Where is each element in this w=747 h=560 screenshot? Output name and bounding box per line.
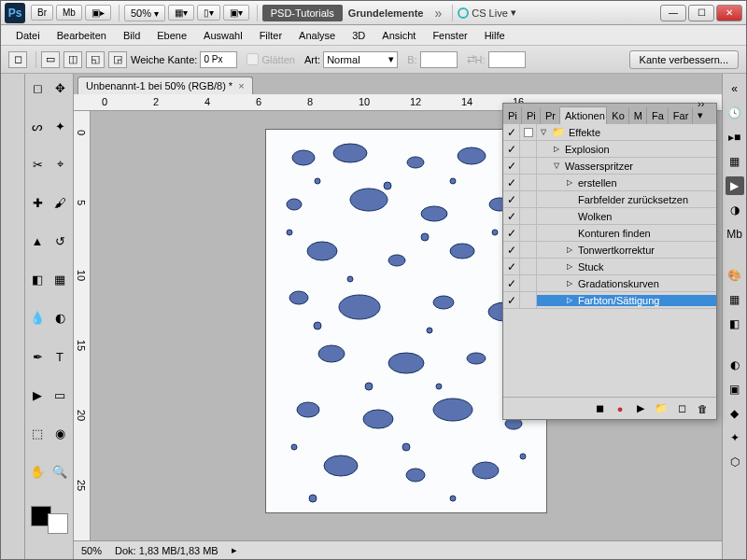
trash-icon[interactable]: 🗑 [696, 402, 709, 415]
action-row[interactable]: ✓Wolken [503, 208, 716, 225]
close-button[interactable]: ✕ [716, 5, 742, 21]
color-swatches[interactable] [31, 506, 68, 534]
color-panel-icon[interactable]: 🎨 [726, 266, 744, 285]
action-toggle-check[interactable]: ✓ [503, 225, 520, 242]
3d-tool[interactable]: ⬚ [27, 423, 48, 443]
action-label[interactable]: ▷erstellen [537, 177, 716, 189]
action-toggle-check[interactable]: ✓ [503, 191, 520, 208]
record-icon[interactable]: ● [613, 402, 627, 415]
action-dialog-toggle[interactable] [520, 259, 537, 275]
action-toggle-check[interactable]: ✓ [503, 124, 520, 141]
disclosure-triangle-icon[interactable]: ▷ [567, 262, 574, 271]
brush-tool[interactable]: 🖌 [49, 192, 70, 213]
bridge-button[interactable]: Br [31, 5, 53, 21]
action-dialog-toggle[interactable] [520, 191, 537, 208]
action-label[interactable]: ▷Tonwertkorrektur [537, 245, 716, 256]
panel-tab-7[interactable]: Far [669, 107, 693, 124]
action-dialog-toggle[interactable] [520, 208, 537, 225]
action-row[interactable]: ✓▷Tonwertkorrektur [503, 242, 716, 259]
screen-mode-button[interactable]: ▣▾ [223, 5, 249, 21]
disclosure-triangle-icon[interactable]: ▷ [567, 279, 574, 287]
panel-tab-6[interactable]: Fa [647, 107, 669, 124]
menu-auswahl[interactable]: Auswahl [196, 28, 250, 43]
launch-button[interactable]: ▣▸ [85, 5, 111, 21]
action-label[interactable]: Farbfelder zurücksetzen [537, 194, 716, 205]
crop-tool[interactable]: ✂ [27, 154, 48, 175]
disclosure-triangle-icon[interactable]: ▷ [567, 296, 574, 304]
action-label[interactable]: ▽📁Effekte [537, 126, 716, 138]
type-dropdown[interactable]: Normal▾ [323, 51, 398, 68]
action-row[interactable]: ✓▷Gradationskurven [503, 275, 716, 292]
menu-fenster[interactable]: Fenster [425, 28, 474, 43]
pen-tool[interactable]: ✒ [27, 346, 48, 367]
layers-panel-icon[interactable]: ▦ [726, 152, 744, 171]
panel-tab-4[interactable]: Ko [607, 107, 628, 124]
action-label[interactable]: ▷Stuck [537, 261, 716, 273]
type-tool[interactable]: T [49, 346, 70, 367]
view-extras-button[interactable]: ▦▾ [168, 5, 194, 21]
sel-new-icon[interactable]: ▭ [41, 51, 60, 68]
zoom-select[interactable]: 50% ▾ [124, 5, 165, 21]
menu-ebene[interactable]: Ebene [149, 28, 194, 43]
action-row[interactable]: ✓▷Stuck [503, 259, 716, 275]
workspace-label[interactable]: Grundelemente [348, 7, 424, 19]
menu-hilfe[interactable]: Hilfe [477, 28, 513, 43]
zoom-tool[interactable]: 🔍 [49, 462, 70, 483]
action-toggle-check[interactable]: ✓ [503, 141, 520, 158]
close-tab-icon[interactable]: × [238, 80, 244, 91]
play-panel-icon[interactable]: ▶ [726, 176, 744, 195]
action-label[interactable]: ▷Gradationskurven [537, 278, 716, 289]
action-label[interactable]: ▷Farbton/Sättigung [537, 295, 716, 306]
menu-bearbeiten[interactable]: Bearbeiten [49, 28, 114, 43]
panel-tab-1[interactable]: Pi [522, 107, 541, 124]
eraser-tool[interactable]: ◧ [27, 270, 48, 290]
menu-3d[interactable]: 3D [345, 28, 373, 43]
cs-live-button[interactable]: CS Live ▾ [458, 7, 516, 19]
status-docsize[interactable]: Dok: 1,83 MB/1,83 MB [115, 545, 218, 556]
action-label[interactable]: Konturen finden [537, 228, 716, 239]
marquee-tool[interactable]: ◻ [27, 77, 48, 98]
disclosure-triangle-icon[interactable]: ▽ [541, 128, 548, 136]
action-dialog-toggle[interactable] [520, 242, 537, 259]
menu-ansicht[interactable]: Ansicht [374, 28, 423, 43]
panel-menu-icon[interactable]: ›› ▾ [693, 95, 716, 124]
minimize-button[interactable]: — [660, 5, 686, 21]
hand-tool[interactable]: ✋ [27, 462, 48, 483]
blur-tool[interactable]: 💧 [27, 308, 48, 329]
action-row[interactable]: ✓▽Wasserspritzer [503, 158, 716, 175]
marquee-tool-icon[interactable]: ◻ [8, 51, 27, 68]
disclosure-triangle-icon[interactable]: ▷ [554, 145, 561, 153]
action-dialog-toggle[interactable] [520, 158, 537, 175]
action-label[interactable]: ▷Explosion [537, 144, 716, 155]
action-toggle-check[interactable]: ✓ [503, 242, 520, 259]
panel-tab-5[interactable]: M [629, 107, 647, 124]
adjustments-panel-icon[interactable]: ◑ [726, 201, 744, 219]
history-brush-tool[interactable]: ↺ [49, 231, 70, 252]
workspace-pill[interactable]: PSD-Tutorials [262, 5, 343, 21]
dodge-tool[interactable]: ◐ [49, 308, 70, 329]
menu-analyse[interactable]: Analyse [291, 28, 343, 43]
layercomps-panel-icon[interactable]: ▣ [726, 380, 744, 399]
action-dialog-toggle[interactable] [520, 141, 537, 158]
actions-panel-icon[interactable]: ▸■ [726, 128, 744, 147]
action-toggle-check[interactable]: ✓ [503, 208, 520, 225]
shape-tool[interactable]: ▭ [49, 385, 70, 405]
panel-tab-3[interactable]: Aktionen [560, 106, 607, 124]
eyedropper-tool[interactable]: ⌖ [49, 154, 70, 175]
action-dialog-toggle[interactable] [520, 175, 537, 191]
action-row[interactable]: ✓▷Farbton/Sättigung [503, 292, 716, 309]
stop-icon[interactable]: ◼ [593, 402, 606, 415]
panel-tab-2[interactable]: Pr [541, 107, 560, 124]
paths-panel-icon[interactable]: ✦ [726, 428, 744, 447]
action-row[interactable]: ✓Konturen finden [503, 225, 716, 242]
status-zoom[interactable]: 50% [81, 545, 102, 556]
sel-sub-icon[interactable]: ◱ [86, 51, 105, 68]
sel-intersect-icon[interactable]: ◲ [108, 51, 127, 68]
action-dialog-toggle[interactable] [520, 124, 537, 141]
action-toggle-check[interactable]: ✓ [503, 158, 520, 175]
stamp-tool[interactable]: ▲ [27, 231, 48, 252]
lasso-tool[interactable]: ᔕ [27, 116, 48, 136]
new-set-icon[interactable]: 📁 [655, 402, 668, 415]
styles-panel-icon[interactable]: ◧ [726, 315, 744, 333]
action-row[interactable]: ✓▷erstellen [503, 175, 716, 191]
